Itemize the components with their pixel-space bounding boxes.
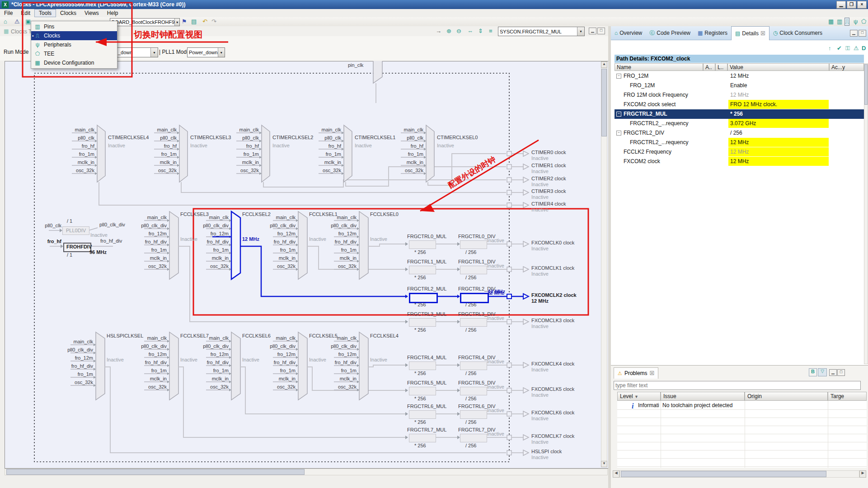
tee-tool-icon[interactable]: ⬠ — [861, 18, 866, 25]
details-row[interactable]: FCCLK2 Frequency12 MHz — [615, 147, 864, 157]
col-a[interactable]: A.. — [703, 63, 715, 71]
col-level[interactable]: Level ▼ — [617, 392, 661, 401]
table-row-line — [617, 442, 867, 442]
vscroll-thumb[interactable] — [601, 69, 607, 136]
menu-file[interactable]: File — [0, 9, 17, 17]
minimize-button[interactable]: ▁ — [836, 1, 846, 9]
details-row[interactable]: −FRGCTRL2_MUL* 256 — [615, 109, 864, 119]
menu-item-device-configuration[interactable]: ▦Device Configuration — [31, 58, 117, 67]
close-icon[interactable]: ☒ — [760, 30, 765, 37]
menu-item-tee[interactable]: ⬠TEE — [31, 49, 117, 58]
scroll-right-button[interactable]: ▶ — [859, 470, 866, 478]
sort-desc-icon: ▼ — [634, 394, 638, 399]
menu-views[interactable]: Views — [80, 9, 103, 17]
scroll-to-top-icon[interactable]: ↑ — [828, 45, 831, 52]
col-origin[interactable]: Origin — [745, 392, 828, 401]
expand-icon[interactable]: − — [616, 131, 621, 136]
menu-item-clocks[interactable]: •⎍Clocks — [31, 31, 117, 40]
redo-icon[interactable]: ↷ — [211, 18, 216, 25]
col-name[interactable]: Name — [615, 63, 703, 71]
selected-element-combo[interactable]: SYSCON.FRGCTRL2_MUL▼ — [498, 27, 585, 36]
pll1-mode-combo[interactable]: Power_down ▼ — [187, 47, 225, 57]
details-vscrollbar[interactable] — [864, 63, 868, 364]
fit-height-icon[interactable]: ⇕ — [478, 28, 483, 34]
scroll-left-button[interactable]: ◀ — [613, 470, 619, 478]
minimize-view-button[interactable]: ▁ — [589, 28, 596, 34]
fit-width-icon[interactable]: ⇔ — [467, 28, 473, 34]
tab-clock-consumers[interactable]: ◷Clock Consumers — [769, 28, 826, 38]
menu-help[interactable]: Help — [103, 9, 122, 17]
col-value[interactable]: Value — [727, 63, 829, 71]
comment-icon[interactable]: ≡ — [489, 28, 493, 34]
details-row[interactable]: −FRGCTRL2_DIV/ 256 — [615, 128, 864, 138]
menu-item-peripherals[interactable]: ψPeripherals — [31, 40, 117, 49]
warning-icon[interactable]: ⚠ — [854, 45, 859, 52]
flag-icon[interactable]: ⚑ — [182, 18, 187, 25]
tab-code-preview[interactable]: ⓒCode Preview — [646, 28, 694, 39]
boundary-square — [507, 450, 511, 455]
clocks-tool-icon[interactable]: ⎍ — [845, 18, 849, 26]
restore-button[interactable]: ❐ — [847, 1, 856, 9]
lock-icon[interactable]: ⚿ — [845, 45, 850, 52]
menu-item-pins[interactable]: ▥Pins — [31, 22, 117, 31]
hscroll-thumb[interactable] — [6, 469, 305, 475]
output-arrow-icon — [523, 319, 529, 324]
chevron-down-icon[interactable]: ▼ — [218, 48, 225, 57]
chevron-down-icon[interactable]: ▼ — [174, 19, 179, 26]
col-l[interactable]: L.. — [715, 63, 727, 71]
scroll-up-button[interactable]: ▲ — [601, 61, 607, 68]
chevron-down-icon[interactable]: ▼ — [577, 27, 584, 36]
expand-icon[interactable]: − — [616, 74, 621, 79]
detail-value: / 256 — [730, 130, 742, 136]
maximize-panel-button[interactable]: □ — [859, 30, 866, 37]
minimize-panel-button[interactable]: ▁ — [850, 30, 858, 37]
shield-icon: ⬠ — [34, 51, 41, 57]
alert-icon[interactable]: ⚠ — [14, 18, 20, 25]
zoom-out-icon[interactable]: ⊖ — [456, 28, 461, 34]
minimize-problems-button[interactable]: ▁ — [829, 369, 837, 376]
col-issue[interactable]: Issue — [661, 392, 745, 401]
chevron-down-icon[interactable]: ▼ — [150, 48, 158, 57]
badge-icon[interactable]: B — [809, 368, 817, 376]
tab-registers[interactable]: ▦Registers — [694, 28, 731, 38]
home-icon[interactable]: ⌂ — [4, 18, 7, 25]
expand-icon[interactable]: − — [616, 112, 621, 117]
details-row[interactable]: FRO 12M clock Frequency12 MHz — [615, 90, 864, 100]
log-icon[interactable]: ▤ — [191, 18, 197, 25]
col-accuracy[interactable]: Ac...y — [829, 63, 864, 71]
menu-clocks[interactable]: Clocks — [56, 9, 80, 17]
maximize-view-button[interactable]: □ — [597, 28, 605, 34]
maximize-problems-button[interactable]: □ — [837, 369, 845, 376]
problems-filter-input[interactable] — [614, 381, 861, 390]
menu-tools[interactable]: Tools — [34, 9, 56, 17]
details-row[interactable]: FRO_12MEnable — [615, 81, 864, 90]
details-row[interactable]: −FRO_12M12 MHz — [615, 71, 864, 81]
col-target[interactable]: Targe — [828, 392, 867, 401]
arrow-right-icon[interactable]: → — [436, 28, 441, 34]
zoom-in-icon[interactable]: ⊕ — [446, 28, 451, 34]
functional-group-combo[interactable]: BOARD_BootClockFROHF9▼ — [110, 18, 180, 26]
tab-problems[interactable]: ⚠ Problems ☒ — [614, 367, 658, 379]
close-button[interactable]: × — [857, 1, 867, 9]
filter-icon[interactable]: ▽ — [818, 368, 827, 376]
update-code-icon[interactable]: ▣ — [25, 18, 31, 25]
details-row[interactable]: FRGCTRL2_...requency12 MHz — [615, 138, 864, 147]
peripherals-tool-icon[interactable]: ψ — [854, 18, 858, 25]
pins-tool-icon[interactable]: ▥ — [837, 18, 842, 25]
details-row[interactable]: FXCOM2 clock12 MHz — [615, 157, 864, 166]
problems-hscroll-thumb[interactable] — [621, 471, 826, 477]
default-icon[interactable]: D — [862, 45, 866, 52]
undo-icon[interactable]: ↶ — [202, 18, 207, 25]
details-row[interactable]: FXCOM2 clock selectFRO 12 MHz clock. — [615, 100, 864, 109]
clocks-table-tab[interactable]: Clocks T — [11, 28, 32, 35]
check-icon[interactable]: ✔ — [837, 45, 842, 52]
menu-edit[interactable]: Edit — [17, 9, 34, 17]
problem-issue[interactable]: No toolchain project detected — [662, 402, 732, 408]
details-vscroll-thumb[interactable] — [864, 64, 868, 105]
device-configuration-icon[interactable]: ▦ — [828, 18, 834, 25]
scroll-down-button[interactable]: ▼ — [601, 461, 607, 467]
tab-details[interactable]: ▤Details☒ — [731, 26, 769, 40]
tab-overview[interactable]: ⌂Overview — [611, 28, 646, 38]
details-row[interactable]: FRGCTRL2_...requency3.072 GHz — [615, 119, 864, 128]
close-icon[interactable]: ☒ — [650, 370, 655, 376]
